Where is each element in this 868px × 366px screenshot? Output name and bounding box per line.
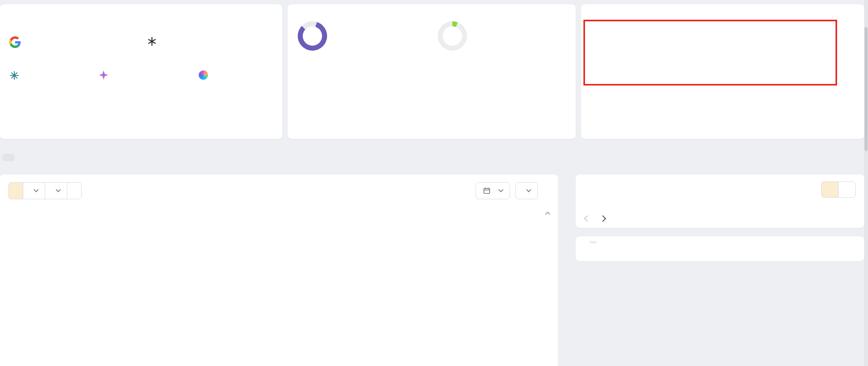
performance-header: [9, 210, 549, 216]
perplexity-icon: [9, 70, 19, 80]
chevron-down-icon: [498, 187, 503, 192]
dr-block: [298, 21, 438, 58]
overview-cards-row: [0, 0, 868, 139]
ai-citation-chatgpt: [147, 32, 165, 52]
ai-citations-grid: [9, 32, 273, 84]
collapse-chevron-icon[interactable]: [545, 212, 550, 217]
chevron-down-icon: [34, 187, 39, 192]
report-tabs: [2, 148, 868, 167]
right-column: [576, 174, 864, 261]
tab-backlink-profile[interactable]: [30, 154, 43, 161]
location-table: [576, 203, 864, 209]
date-range-dropdown[interactable]: [476, 182, 510, 199]
chevron-down-icon: [526, 187, 531, 192]
paid-traffic-block: [730, 55, 854, 72]
previous-page-icon[interactable]: [584, 215, 591, 222]
scrollbar[interactable]: [864, 0, 868, 366]
ref-domains-block: [438, 69, 566, 86]
chatgpt-icon: [147, 36, 157, 46]
dr-donut-chart: [298, 21, 327, 51]
site-explorer-dashboard: [0, 0, 868, 366]
ai-citations-title: [9, 12, 273, 22]
traffic-by-location-card: [576, 174, 864, 228]
chart-area: [9, 240, 549, 366]
chevron-down-icon: [56, 187, 61, 192]
backlink-profile-card: [288, 4, 576, 139]
traffic-type-toggle: [821, 181, 856, 198]
more-options-button[interactable]: [543, 190, 549, 192]
performance-card: [0, 174, 558, 366]
copilot-icon: [199, 70, 208, 80]
ur-block: [438, 21, 566, 58]
next-page-icon[interactable]: [600, 215, 606, 222]
ai-citation-perplexity: [9, 66, 99, 84]
granularity-dropdown[interactable]: [515, 182, 538, 199]
backlinks-block: [298, 69, 438, 86]
ai-citation-gemini: [99, 66, 199, 84]
competitors-dropdown[interactable]: [23, 182, 45, 199]
search-card: [581, 4, 864, 139]
main-content-row: [0, 174, 868, 366]
ai-citations-row-1: [9, 32, 273, 52]
ai-citations-row-2: [9, 66, 273, 84]
scrollbar-thumb[interactable]: [865, 27, 868, 151]
organic-toggle[interactable]: [821, 181, 838, 198]
locations-dropdown[interactable]: [45, 182, 67, 199]
tab-general[interactable]: [2, 154, 15, 161]
ai-citation-copilot: [199, 66, 212, 84]
calendar-icon: [483, 187, 491, 195]
beta-badge: [590, 241, 597, 243]
paid-keywords-block: [591, 55, 730, 72]
years-button[interactable]: [67, 182, 82, 199]
tab-paid-search[interactable]: [86, 154, 98, 161]
chart-toolbar: [9, 182, 549, 199]
ai-citations-card: [0, 4, 282, 139]
performance-chart[interactable]: [9, 240, 549, 366]
filters-button-group: [9, 182, 82, 199]
organic-keywords-by-intent-card: [576, 236, 864, 261]
tab-organic-search[interactable]: [58, 154, 70, 161]
organic-keywords-block: [591, 22, 730, 39]
paid-toggle[interactable]: [838, 181, 856, 198]
location-table-header: [581, 203, 859, 209]
ai-citation-ai-overview: [9, 32, 147, 52]
ur-donut-chart: [438, 21, 467, 51]
organic-traffic-block: [730, 22, 854, 39]
google-icon: [9, 36, 21, 48]
date-controls: [476, 182, 549, 199]
gemini-icon: [99, 70, 108, 80]
location-table-footer: [576, 209, 864, 228]
metrics-button[interactable]: [9, 182, 23, 199]
